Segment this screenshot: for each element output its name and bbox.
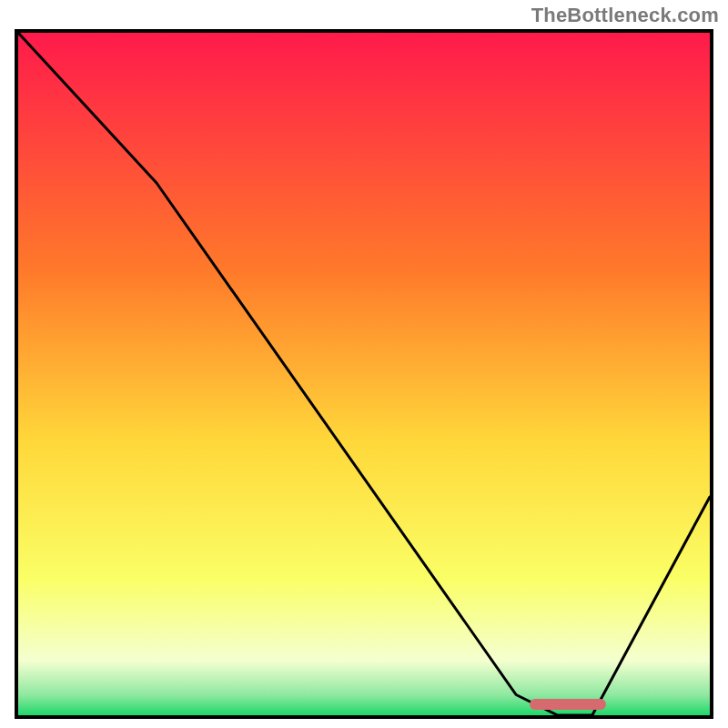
optimal-range-marker <box>530 699 606 710</box>
plot-area <box>15 29 713 719</box>
bottleneck-chart <box>18 33 710 715</box>
gradient-background <box>18 33 710 715</box>
plot-inner <box>18 33 710 715</box>
chart-frame: TheBottleneck.com <box>0 0 728 728</box>
attribution-label: TheBottleneck.com <box>531 4 719 27</box>
